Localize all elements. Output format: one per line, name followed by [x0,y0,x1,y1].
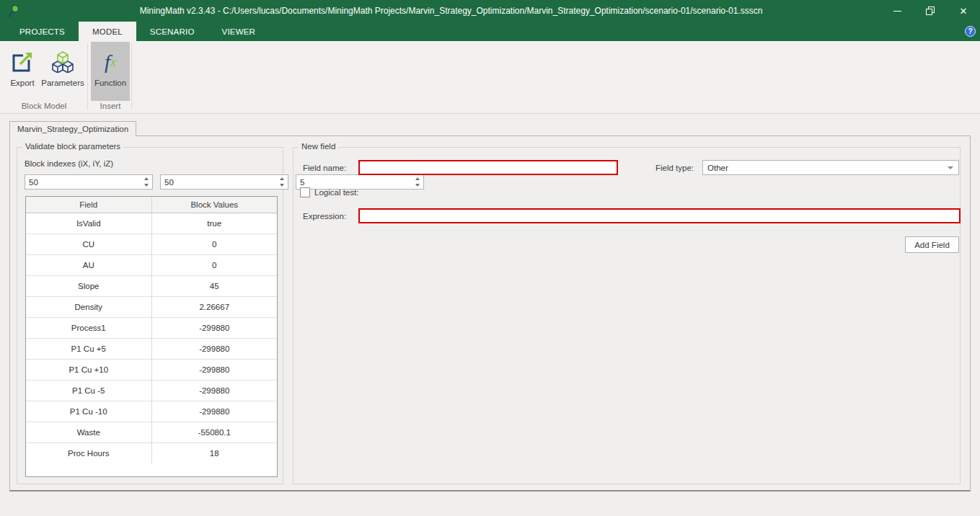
ix-spin-up-button[interactable] [140,175,152,182]
table-row[interactable]: AU0 [26,254,277,275]
iy-spin-down-button[interactable] [275,182,288,190]
table-row[interactable]: P1 Cu -5-299880 [26,380,277,401]
ix-spin-down-button[interactable] [140,182,152,190]
up-arrow-icon [280,177,284,180]
export-label: Export [10,79,34,87]
close-button[interactable]: ✕ [947,0,980,22]
parameters-label: Parameters [41,79,84,87]
menu-item-model[interactable]: MODEL [79,22,136,41]
ribbon-group-separator [87,43,88,110]
logical-test-label: Logical test: [314,188,358,197]
table-row[interactable]: Waste-55080.1 [26,422,277,442]
menubar-spacer [269,22,965,41]
block-values-table: Field Block Values IsValidtrue CU0 AU0 S… [25,196,278,477]
new-field-group-title: New field [299,142,338,151]
chevron-down-icon [948,166,953,169]
block-index-iy-input[interactable] [161,175,275,189]
block-index-ix-input[interactable] [25,175,140,189]
table-row[interactable]: CU0 [26,233,277,254]
table-header-row: Field Block Values [26,197,277,213]
menu-item-viewer[interactable]: VIEWER [208,22,270,41]
window-title: MiningMath v2.3.43 - C:/Users/lucas/Docu… [22,6,880,16]
table-row[interactable]: IsValidtrue [26,213,277,233]
export-icon [11,48,34,76]
field-type-value: Other [707,164,728,172]
document-tab-label: Marvin_Strategy_Optimization [17,125,128,133]
menu-item-projects[interactable]: PROJECTS [6,22,79,41]
restore-icon [926,6,935,15]
window-controls: ✕ [880,0,980,22]
iy-spin-up-button[interactable] [275,175,288,182]
ribbon-group-insert: Insert [91,102,130,112]
table-row[interactable]: P1 Cu +10-299880 [26,359,277,380]
validate-group-title: Validate block parameters [22,142,123,151]
restore-button[interactable] [914,0,947,22]
function-button[interactable]: fx Function [91,42,130,101]
table-row[interactable]: Proc Hours18 [26,442,277,463]
function-icon: fx [105,48,116,76]
table-row[interactable]: Density2.26667 [26,296,277,317]
block-index-iy-spinner[interactable] [160,174,288,190]
table-row[interactable]: P1 Cu -10-299880 [26,401,277,422]
block-index-spinners [25,174,278,190]
minimize-icon [893,11,901,12]
menu-bar: PROJECTS MODEL SCENARIO VIEWER ? [0,22,980,41]
column-header-field: Field [26,197,151,213]
title-bar: MiningMath v2.3.43 - C:/Users/lucas/Docu… [0,0,980,22]
expression-label: Expression: [303,212,346,221]
document-tab[interactable]: Marvin_Strategy_Optimization [9,121,136,136]
field-type-label: Field type: [655,164,694,172]
column-header-block-values: Block Values [151,197,277,213]
field-name-input[interactable] [358,160,618,175]
block-indexes-label: Block indexes (iX, iY, iZ) [25,159,113,168]
table-row[interactable]: Slope45 [26,275,277,296]
miningmath-window: { "window": { "title": "MiningMath v2.3.… [0,0,980,516]
field-name-label: Field name: [303,164,346,172]
up-arrow-icon [144,177,149,180]
minimize-button[interactable] [880,0,914,22]
table-row[interactable]: Process1-299880 [26,317,277,338]
down-arrow-icon [280,184,284,187]
app-logo-icon [6,3,22,19]
logical-test-checkbox[interactable] [300,187,310,197]
block-index-ix-spinner[interactable] [25,174,153,190]
parameters-icon [50,48,76,76]
export-button[interactable]: Export [4,42,40,101]
table-row[interactable]: P1 Cu +5-299880 [26,338,277,359]
field-type-dropdown[interactable]: Other [702,160,959,175]
content-panel: Validate block parameters Block indexes … [9,135,971,491]
new-field-group: New field Field name: Field type: Other … [293,147,961,484]
expression-input[interactable] [358,208,961,223]
close-icon: ✕ [960,6,968,17]
parameters-button[interactable]: Parameters [42,42,84,101]
help-icon[interactable]: ? [965,26,976,37]
add-field-button[interactable]: Add Field [905,236,959,253]
function-label: Function [94,79,126,87]
validate-block-parameters-group: Validate block parameters Block indexes … [17,147,283,484]
ribbon-group-separator-2 [131,43,132,110]
ribbon: Export Parameters fx Function Block Mode… [0,41,980,114]
menu-item-scenario[interactable]: SCENARIO [136,22,208,41]
ribbon-group-block-model: Block Model [4,102,84,112]
down-arrow-icon [144,184,149,187]
